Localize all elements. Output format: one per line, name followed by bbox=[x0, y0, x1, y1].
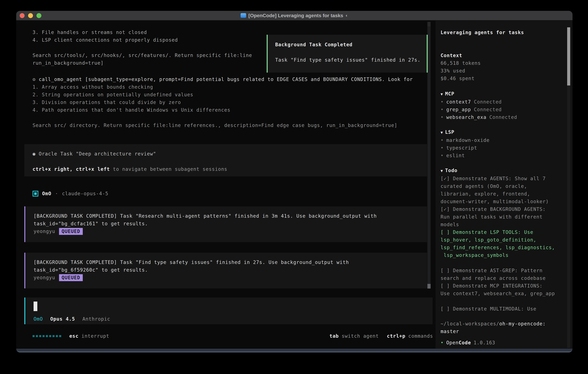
mcp-item: •context7Connected bbox=[441, 98, 560, 106]
text-line: 33% used bbox=[441, 67, 560, 75]
status-badge: QUEUED bbox=[59, 274, 83, 281]
agent-model: claude-opus-4-5 bbox=[62, 190, 108, 197]
zoom-button[interactable] bbox=[36, 13, 41, 18]
text-line: Search src/ directory. Return specific f… bbox=[32, 122, 429, 129]
text-line: Run parallel tasks with different bbox=[441, 213, 560, 221]
text-line: [ ] Demonstrate LSP TOOLS: Use bbox=[441, 228, 560, 236]
folder-icon bbox=[241, 13, 246, 18]
task-user: yeongyu bbox=[33, 229, 55, 234]
text-line: task_id="bg_6f59260c" to get results. bbox=[33, 266, 427, 274]
sidebar: Leveraging agents for tasks Context 66,5… bbox=[435, 21, 573, 349]
text-line: $0.46 spent bbox=[441, 75, 560, 82]
tool-call-block: ⚙ call_omo_agent [subagent_type=explore,… bbox=[32, 75, 429, 129]
task-meta-row: yeongyuQUEUED bbox=[33, 228, 427, 235]
text-line: search and replace across codebase bbox=[441, 274, 560, 282]
context-stats: 66,518 tokens33% used$0.46 spent bbox=[441, 59, 560, 82]
status-dot-icon: • bbox=[441, 340, 444, 345]
agent-square-icon bbox=[32, 191, 38, 197]
oracle-task-card[interactable]: ◉ Oracle Task "Deep architecture review"… bbox=[24, 144, 427, 177]
text-line: [✓] Demonstrate AGENTS: Show all 7 bbox=[441, 175, 560, 182]
text-line bbox=[441, 259, 560, 267]
text-line: curated agents (OmO, oracle, bbox=[441, 182, 560, 190]
todo-item-pending: [ ] Demonstrate MCP INTEGRATIONS:Use con… bbox=[441, 282, 560, 297]
lsp-item: •markdown-oxide bbox=[441, 136, 560, 144]
todo-section: ▼Todo [✓] Demonstrate AGENTS: Show all 7… bbox=[441, 166, 560, 313]
main-scrollbar-thumb[interactable] bbox=[427, 284, 430, 289]
tool-call-line[interactable]: ⚙ call_omo_agent [subagent_type=explore,… bbox=[32, 75, 429, 83]
mcp-item: •grep_appConnected bbox=[441, 106, 560, 113]
spinner-dots bbox=[32, 335, 61, 337]
background-task-card[interactable]: [BACKGROUND TASK COMPLETED] Task "Find t… bbox=[24, 253, 427, 288]
main-scrollbar[interactable] bbox=[427, 22, 430, 289]
input-provider-name: Anthropic bbox=[83, 316, 110, 322]
lsp-item: •eslint bbox=[441, 152, 560, 159]
bullet-icon: • bbox=[441, 107, 444, 112]
text-line: [✓] Demonstrate BACKGROUND AGENTS: bbox=[441, 205, 560, 213]
oracle-hint-line: ctrl+x right, ctrl+x left to navigate be… bbox=[32, 165, 427, 173]
text-line: task_id="bg_dcfac161" to get results. bbox=[33, 220, 427, 228]
collapse-triangle-icon: ▼ bbox=[441, 92, 443, 96]
bullet-icon: • bbox=[441, 137, 444, 143]
todo-item-pending: [ ] Demonstrate AST-GREP: Patternsearch … bbox=[441, 259, 560, 282]
text-line: 3. Division operations that could divide… bbox=[32, 98, 429, 106]
agent-name: OmO bbox=[42, 190, 51, 197]
esc-key-hint: esc bbox=[69, 332, 79, 340]
workspace-path: ~/local-workspaces/oh-my-opencode: bbox=[441, 320, 560, 328]
text-line: models bbox=[441, 221, 560, 228]
todo-item-pending: [ ] Demonstrate MULTIMODAL: Use bbox=[441, 297, 560, 313]
collapse-triangle-icon: ▼ bbox=[441, 130, 443, 135]
app-body: 3. File handles or streams not closed4. … bbox=[16, 21, 573, 349]
esc-key-label: interrupt bbox=[82, 332, 109, 340]
text-line: 4. Path operations that don't handle Win… bbox=[32, 106, 429, 114]
sidebar-scrollbar-thumb[interactable] bbox=[567, 27, 570, 85]
text-line: lsp_find_references, lsp_diagnostics, bbox=[441, 244, 560, 251]
version-section: •OpenCode1.0.163 bbox=[441, 339, 560, 346]
status-bar: esc interrupt tab switch agent ctrl+p co… bbox=[32, 332, 433, 340]
text-line bbox=[32, 114, 429, 122]
ctrlp-key-label: commands bbox=[408, 332, 433, 340]
gear-icon: ⚙ bbox=[32, 76, 39, 82]
context-section: Context 66,518 tokens33% used$0.46 spent bbox=[441, 52, 560, 82]
tab-key-hint: tab bbox=[329, 332, 339, 340]
text-line: lsp_workspace_symbols bbox=[441, 251, 560, 259]
agent-header: OmO · claude-opus-4-5 bbox=[32, 190, 429, 197]
todo-header[interactable]: ▼Todo bbox=[441, 166, 560, 175]
tool-call-details: 1. Array access without bounds checking2… bbox=[32, 83, 429, 129]
sidebar-scrollbar[interactable] bbox=[567, 27, 570, 348]
lsp-header[interactable]: ▼LSP bbox=[441, 128, 560, 136]
version-line: •OpenCode1.0.163 bbox=[441, 339, 560, 346]
bullet-icon: • bbox=[441, 145, 444, 151]
prompt-input[interactable]: OmO Opus 4.5 Anthropic bbox=[24, 298, 433, 324]
close-button[interactable] bbox=[20, 13, 25, 18]
input-model-name: Opus 4.5 bbox=[50, 316, 75, 322]
workspace-branch: master bbox=[441, 328, 560, 335]
todo-item-active: [ ] Demonstrate LSP TOOLS: Uselsp_hover,… bbox=[441, 228, 560, 259]
window-title: [OpenCode] Leveraging agents for tasks bbox=[248, 13, 343, 18]
background-task-notification[interactable]: Background Task Completed Task "Find typ… bbox=[267, 35, 428, 73]
input-agent-name: OmO bbox=[33, 316, 43, 322]
minimize-button[interactable] bbox=[28, 13, 33, 18]
mcp-section: ▼MCP •context7Connected •grep_appConnect… bbox=[441, 90, 560, 121]
text-cursor bbox=[33, 301, 37, 311]
window-footer bbox=[16, 349, 573, 353]
ctrlp-key-hint: ctrl+p bbox=[387, 332, 405, 340]
bullet-icon: • bbox=[441, 153, 444, 158]
todo-item-done: [✓] Demonstrate AGENTS: Show all 7curate… bbox=[441, 175, 560, 205]
text-line: [ ] Demonstrate AST-GREP: Pattern bbox=[441, 267, 560, 274]
todo-item-done: [✓] Demonstrate BACKGROUND AGENTS:Run pa… bbox=[441, 205, 560, 228]
task-user: yeongyu bbox=[33, 275, 55, 280]
notification-body: Task "Find type safety issues" finished … bbox=[275, 56, 427, 64]
window-title-group: [OpenCode] Leveraging agents for tasks ◐ bbox=[241, 13, 348, 18]
mcp-header[interactable]: ▼MCP bbox=[441, 90, 560, 98]
mcp-item: •websearch_exaConnected bbox=[441, 113, 560, 121]
half-circle-icon: ◐ bbox=[346, 13, 348, 18]
lsp-item: •typescript bbox=[441, 144, 560, 152]
text-line: 66,518 tokens bbox=[441, 59, 560, 67]
separator-dot: · bbox=[55, 190, 58, 197]
task-message: [BACKGROUND TASK COMPLETED] Task "Find t… bbox=[33, 259, 427, 274]
lsp-section: ▼LSP •markdown-oxide •typescript •eslint bbox=[441, 128, 560, 159]
background-task-card[interactable]: [BACKGROUND TASK COMPLETED] Task "Resear… bbox=[24, 206, 427, 242]
status-badge: QUEUED bbox=[59, 228, 83, 235]
model-selector-row[interactable]: OmO Opus 4.5 Anthropic bbox=[25, 311, 433, 323]
window-titlebar[interactable]: [OpenCode] Leveraging agents for tasks ◐ bbox=[16, 11, 573, 21]
